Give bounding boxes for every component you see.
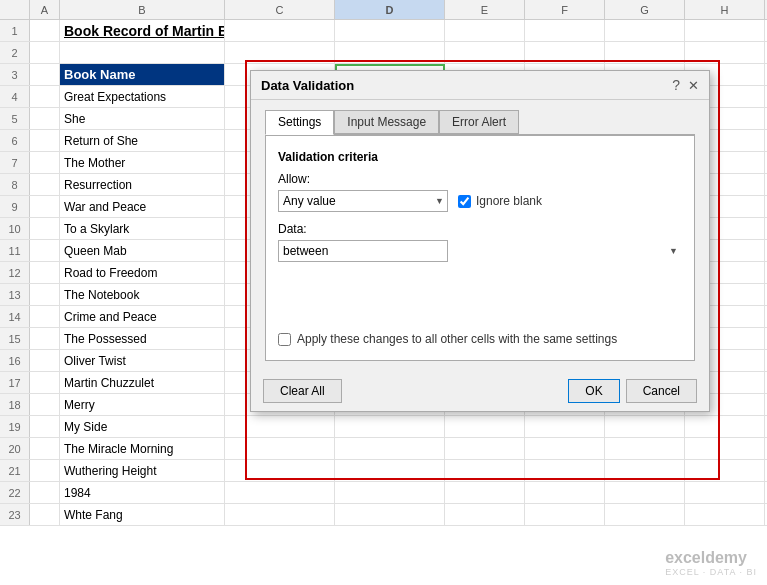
col-header-e: E	[445, 0, 525, 19]
row-num: 20	[0, 438, 30, 459]
tab-error-alert[interactable]: Error Alert	[439, 110, 519, 134]
logo-subtext: EXCEL · DATA · BI	[665, 567, 757, 577]
footer-right-buttons: OK Cancel	[568, 379, 697, 403]
cell-b20[interactable]: The Miracle Morning	[60, 438, 225, 459]
cell-b18[interactable]: Merry	[60, 394, 225, 415]
cell-b14[interactable]: Crime and Peace	[60, 306, 225, 327]
logo-area: exceldemy EXCEL · DATA · BI	[665, 549, 757, 577]
corner-cell	[0, 0, 30, 19]
col-header-f: F	[525, 0, 605, 19]
cell-b7[interactable]: The Mother	[60, 152, 225, 173]
dialog-title: Data Validation	[261, 78, 354, 93]
cell-h1[interactable]	[685, 20, 765, 41]
cell-g2[interactable]	[605, 42, 685, 63]
cell-h2[interactable]	[685, 42, 765, 63]
cell-b1[interactable]: Book Record of Martin Bookstore	[60, 20, 225, 41]
allow-select[interactable]: Any value Whole number Decimal List Date…	[278, 190, 448, 212]
row-num: 2	[0, 42, 30, 63]
row-num: 5	[0, 108, 30, 129]
row-num: 14	[0, 306, 30, 327]
cell-a3[interactable]	[30, 64, 60, 85]
data-select[interactable]: between not between equal to not equal t…	[278, 240, 448, 262]
row-num: 1	[0, 20, 30, 41]
table-row: 2	[0, 42, 767, 64]
cell-b13[interactable]: The Notebook	[60, 284, 225, 305]
row-num: 6	[0, 130, 30, 151]
row-num: 19	[0, 416, 30, 437]
cell-b12[interactable]: Road to Freedom	[60, 262, 225, 283]
row-num: 17	[0, 372, 30, 393]
row-num: 8	[0, 174, 30, 195]
tab-input-message[interactable]: Input Message	[334, 110, 439, 134]
cell-c1[interactable]	[225, 20, 335, 41]
cell-f2[interactable]	[525, 42, 605, 63]
cell-f1[interactable]	[525, 20, 605, 41]
cell-a4[interactable]	[30, 86, 60, 107]
table-row: 1 Book Record of Martin Bookstore	[0, 20, 767, 42]
cell-a1[interactable]	[30, 20, 60, 41]
row-num: 22	[0, 482, 30, 503]
cell-b22[interactable]: 1984	[60, 482, 225, 503]
table-row: 22 1984	[0, 482, 767, 504]
dialog-titlebar: Data Validation ? ✕	[251, 71, 709, 100]
cell-b21[interactable]: Wuthering Height	[60, 460, 225, 481]
cell-b16[interactable]: Oliver Twist	[60, 350, 225, 371]
allow-select-wrapper: Any value Whole number Decimal List Date…	[278, 190, 448, 212]
cell-d2[interactable]	[335, 42, 445, 63]
cell-b11[interactable]: Queen Mab	[60, 240, 225, 261]
cell-b4[interactable]: Great Expectations	[60, 86, 225, 107]
dialog-tabs: Settings Input Message Error Alert	[265, 110, 695, 135]
tab-settings[interactable]: Settings	[265, 110, 334, 135]
row-num: 4	[0, 86, 30, 107]
cell-b17[interactable]: Martin Chuzzulet	[60, 372, 225, 393]
cell-b8[interactable]: Resurrection	[60, 174, 225, 195]
data-select-wrapper: between not between equal to not equal t…	[278, 240, 682, 262]
ignore-blank-label: Ignore blank	[476, 194, 542, 208]
cell-b19[interactable]: My Side	[60, 416, 225, 437]
row-num: 18	[0, 394, 30, 415]
row-num: 13	[0, 284, 30, 305]
apply-row: Apply these changes to all other cells w…	[278, 322, 682, 346]
col-header-c: C	[225, 0, 335, 19]
row-num: 10	[0, 218, 30, 239]
cell-b15[interactable]: The Possessed	[60, 328, 225, 349]
spreadsheet: A B C D E F G H 1 Book Record of Martin …	[0, 0, 767, 585]
cell-a2[interactable]	[30, 42, 60, 63]
clear-all-button[interactable]: Clear All	[263, 379, 342, 403]
cell-e1[interactable]	[445, 20, 525, 41]
cell-b9[interactable]: War and Peace	[60, 196, 225, 217]
cell-d1[interactable]	[335, 20, 445, 41]
ok-button[interactable]: OK	[568, 379, 619, 403]
dialog-close-button[interactable]: ✕	[688, 78, 699, 93]
row-num: 9	[0, 196, 30, 217]
cell-b10[interactable]: To a Skylark	[60, 218, 225, 239]
dialog-footer: Clear All OK Cancel	[251, 371, 709, 411]
validation-criteria-title: Validation criteria	[278, 150, 682, 164]
row-num: 23	[0, 504, 30, 525]
dialog-titlebar-controls: ? ✕	[672, 77, 699, 93]
ignore-blank-row: Ignore blank	[458, 194, 542, 208]
cancel-button[interactable]: Cancel	[626, 379, 697, 403]
row-num: 7	[0, 152, 30, 173]
cell-b2[interactable]	[60, 42, 225, 63]
cell-b23[interactable]: Whte Fang	[60, 504, 225, 525]
row-num: 3	[0, 64, 30, 85]
col-header-d: D	[335, 0, 445, 19]
ignore-blank-checkbox[interactable]	[458, 195, 471, 208]
cell-b5[interactable]: She	[60, 108, 225, 129]
cell-b6[interactable]: Return of She	[60, 130, 225, 151]
column-headers: A B C D E F G H	[0, 0, 767, 20]
cell-e2[interactable]	[445, 42, 525, 63]
dialog-body: Settings Input Message Error Alert Valid…	[251, 100, 709, 371]
table-row: 21 Wuthering Height	[0, 460, 767, 482]
cell-g1[interactable]	[605, 20, 685, 41]
dialog-content: Validation criteria Allow: Any value Who…	[265, 135, 695, 361]
dialog-help-button[interactable]: ?	[672, 77, 680, 93]
cell-b3-header[interactable]: Book Name	[60, 64, 225, 85]
apply-checkbox[interactable]	[278, 333, 291, 346]
row-num: 15	[0, 328, 30, 349]
cell-c2[interactable]	[225, 42, 335, 63]
data-label: Data:	[278, 222, 682, 236]
col-header-g: G	[605, 0, 685, 19]
row-num: 21	[0, 460, 30, 481]
